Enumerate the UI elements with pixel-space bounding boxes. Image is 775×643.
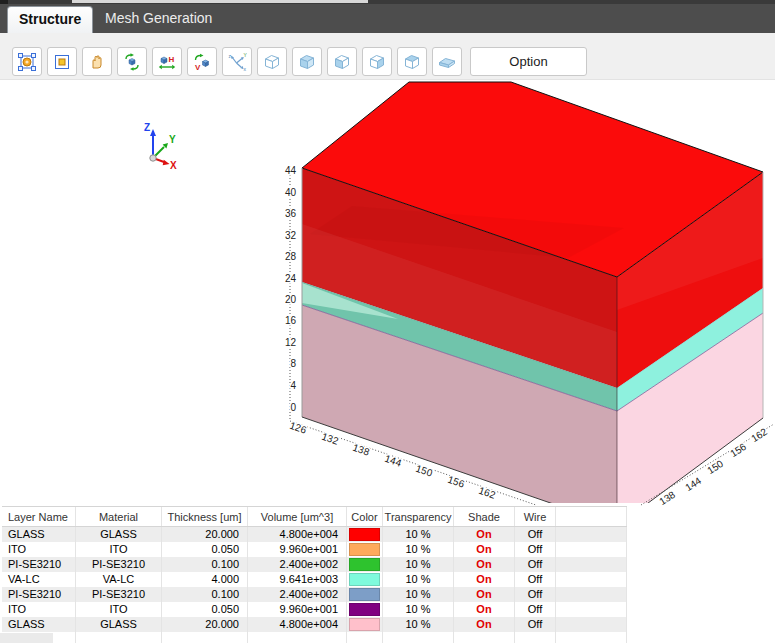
view-shaded-button[interactable]: [292, 47, 322, 76]
structure-3d-view[interactable]: 44 40 36 32 28 24 20 16 12 8 4 0 126 132…: [0, 80, 775, 506]
view-top-face-button[interactable]: [397, 47, 427, 76]
shade-toggle[interactable]: On: [454, 527, 515, 542]
cell-material: GLASS: [76, 527, 162, 542]
cell-volume: 4.800e+004: [248, 527, 347, 542]
table-row[interactable]: GLASS GLASS 20.000 4.800e+004 10 % On Of…: [2, 617, 627, 632]
svg-text:36: 36: [285, 208, 297, 219]
cell-layer-name: GLASS: [2, 527, 76, 542]
col-header-shade: Shade: [454, 507, 515, 526]
table-row[interactable]: VA-LC VA-LC 4.000 9.641e+003 10 % On Off: [2, 572, 627, 587]
tab-structure[interactable]: Structure: [7, 6, 93, 33]
fit-view-button[interactable]: [12, 47, 42, 76]
tab-mesh-generation[interactable]: Mesh Generation: [97, 4, 220, 33]
wire-toggle[interactable]: Off: [515, 557, 556, 572]
triad-origin-sphere: [150, 155, 156, 161]
move-horizontal-button[interactable]: H: [152, 47, 182, 76]
cell-volume: 9.960e+001: [248, 602, 347, 617]
layer-color-swatch[interactable]: [349, 618, 380, 631]
structure-window: { "tabs": [ { "label": "Structure", "act…: [0, 0, 775, 643]
view-right-face-button[interactable]: [362, 47, 392, 76]
pan-button[interactable]: [82, 47, 112, 76]
cell-transparency[interactable]: 10 %: [383, 557, 454, 572]
zoom-window-button[interactable]: [47, 47, 77, 76]
option-button[interactable]: Option: [470, 47, 587, 76]
cell-layer-name: ITO: [2, 542, 76, 557]
rotate-3d-button[interactable]: [117, 47, 147, 76]
axis-triad-button[interactable]: z Y x: [222, 47, 252, 76]
layer-color-swatch[interactable]: [349, 573, 380, 586]
shade-toggle[interactable]: On: [454, 542, 515, 557]
svg-text:V: V: [195, 62, 201, 71]
view-isometric-button[interactable]: [257, 47, 287, 76]
x-arrow-icon: [163, 160, 170, 165]
table-row[interactable]: GLASS GLASS 20.000 4.800e+004 10 % On Of…: [2, 527, 627, 542]
col-header-wire: Wire: [515, 507, 556, 526]
cell-transparency[interactable]: 10 %: [383, 587, 454, 602]
wire-toggle[interactable]: Off: [515, 527, 556, 542]
shade-toggle[interactable]: On: [454, 572, 515, 587]
view-sheared-button[interactable]: [432, 47, 462, 76]
view-front-face-icon: [332, 52, 352, 72]
svg-text:144: 144: [383, 453, 403, 469]
pan-hand-icon: [87, 52, 107, 72]
svg-text:162: 162: [477, 485, 497, 501]
tab-bar: Structure Mesh Generation: [0, 4, 775, 33]
cell-transparency[interactable]: 10 %: [383, 527, 454, 542]
cell-layer-name: ITO: [2, 602, 76, 617]
svg-text:150: 150: [414, 463, 434, 479]
cell-transparency[interactable]: 10 %: [383, 542, 454, 557]
layer-color-swatch[interactable]: [349, 603, 380, 616]
layer-color-swatch[interactable]: [349, 558, 380, 571]
svg-text:16: 16: [285, 315, 297, 326]
wire-toggle[interactable]: Off: [515, 617, 556, 632]
cell-volume: 9.641e+003: [248, 572, 347, 587]
layer-color-swatch[interactable]: [349, 528, 380, 541]
layer-color-swatch[interactable]: [349, 588, 380, 601]
svg-text:H: H: [169, 54, 175, 63]
view-front-face-button[interactable]: [327, 47, 357, 76]
move-vertical-button[interactable]: V: [187, 47, 217, 76]
cell-layer-name: PI-SE3210: [2, 557, 76, 572]
cell-transparency[interactable]: 10 %: [383, 617, 454, 632]
zoom-window-icon: [52, 52, 72, 72]
wire-toggle[interactable]: Off: [515, 602, 556, 617]
shade-toggle[interactable]: On: [454, 602, 515, 617]
structure-3d-scene: 44 40 36 32 28 24 20 16 12 8 4 0 126 132…: [0, 80, 775, 506]
svg-text:162: 162: [749, 426, 769, 444]
svg-text:44: 44: [285, 165, 297, 176]
layer-stack-box: [302, 82, 763, 506]
table-row[interactable]: PI-SE3210 PI-SE3210 0.100 2.400e+002 10 …: [2, 587, 627, 602]
cell-thickness: 0.050: [162, 602, 248, 617]
x-axis-label: X: [170, 160, 177, 171]
move-vertical-icon: V: [192, 52, 212, 72]
y-axis-label: Y: [169, 134, 176, 145]
shade-toggle[interactable]: On: [454, 557, 515, 572]
svg-text:24: 24: [285, 273, 297, 284]
shade-toggle[interactable]: On: [454, 617, 515, 632]
cell-layer-name: GLASS: [2, 617, 76, 632]
cell-transparency[interactable]: 10 %: [383, 602, 454, 617]
col-header-transparency: Transparency: [383, 507, 454, 526]
svg-text:Y: Y: [244, 52, 248, 58]
wire-toggle[interactable]: Off: [515, 542, 556, 557]
table-row[interactable]: ITO ITO 0.050 9.960e+001 10 % On Off: [2, 602, 627, 617]
wire-toggle[interactable]: Off: [515, 572, 556, 587]
cell-material: PI-SE3210: [76, 557, 162, 572]
shade-toggle[interactable]: On: [454, 587, 515, 602]
cell-material: PI-SE3210: [76, 587, 162, 602]
table-row[interactable]: ITO ITO 0.050 9.960e+001 10 % On Off: [2, 542, 627, 557]
cell-material: GLASS: [76, 617, 162, 632]
svg-text:126: 126: [288, 420, 308, 436]
axis-triad-icon: z Y x: [227, 52, 247, 72]
cell-volume: 4.800e+004: [248, 617, 347, 632]
svg-text:32: 32: [285, 230, 297, 241]
cell-transparency[interactable]: 10 %: [383, 572, 454, 587]
view-sheared-cube-icon: [437, 52, 457, 72]
table-row[interactable]: PI-SE3210 PI-SE3210 0.100 2.400e+002 10 …: [2, 557, 627, 572]
cell-thickness: 0.100: [162, 587, 248, 602]
cell-volume: 9.960e+001: [248, 542, 347, 557]
cell-volume: 2.400e+002: [248, 587, 347, 602]
wire-toggle[interactable]: Off: [515, 587, 556, 602]
svg-text:12: 12: [285, 337, 297, 348]
layer-color-swatch[interactable]: [349, 543, 380, 556]
